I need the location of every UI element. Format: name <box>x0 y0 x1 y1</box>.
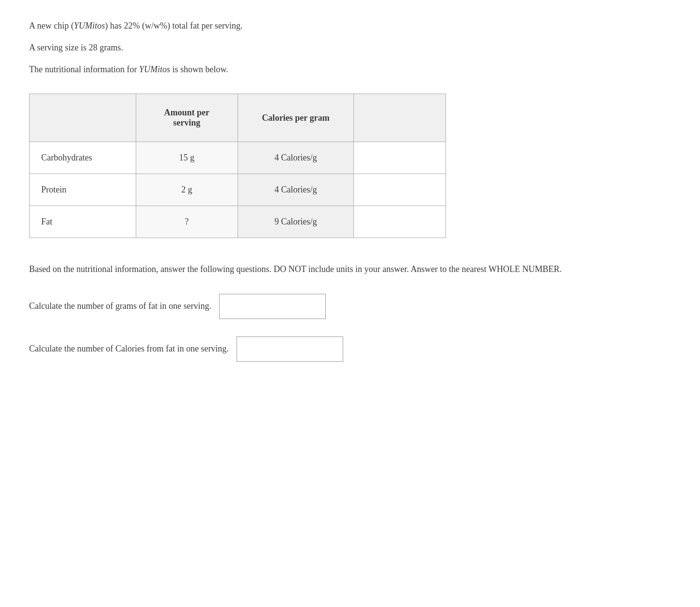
nutrient-fat: Fat <box>30 206 136 238</box>
question-2-label: Calculate the number of Calories from fa… <box>29 342 229 355</box>
amount-fat: ? <box>136 206 238 238</box>
nutrient-protein: Protein <box>30 174 136 206</box>
amount-carbohydrates: 15 g <box>136 142 238 174</box>
extra-fat <box>354 206 446 238</box>
extra-protein <box>354 174 446 206</box>
table-row: Carbohydrates 15 g 4 Calories/g <box>30 142 446 174</box>
nutrition-table: Amount perserving Calories per gram Carb… <box>29 94 446 238</box>
header-amount: Amount perserving <box>136 94 238 142</box>
intro-line3: The nutritional information for YUMitos … <box>29 63 671 76</box>
table-row: Fat ? 9 Calories/g <box>30 206 446 238</box>
header-calories: Calories per gram <box>238 94 354 142</box>
header-nutrient <box>30 94 136 142</box>
question-1: Calculate the number of grams of fat in … <box>29 294 671 319</box>
yumitos-italic-2: YUMitos <box>139 64 170 74</box>
calories-protein: 4 Calories/g <box>238 174 354 206</box>
answer-input-fat-grams[interactable] <box>219 294 326 319</box>
instructions-text: Based on the nutritional information, an… <box>29 262 671 276</box>
calories-fat: 9 Calories/g <box>238 206 354 238</box>
answer-input-fat-calories[interactable] <box>237 336 343 362</box>
questions-section: Based on the nutritional information, an… <box>29 262 671 362</box>
intro-line1: A new chip (YUMitos) has 22% (w/w%) tota… <box>29 19 671 32</box>
amount-protein: 2 g <box>136 174 238 206</box>
extra-carbohydrates <box>354 142 446 174</box>
intro-line2: A serving size is 28 grams. <box>29 41 671 54</box>
header-extra <box>354 94 446 142</box>
calories-carbohydrates: 4 Calories/g <box>238 142 354 174</box>
question-2: Calculate the number of Calories from fa… <box>29 336 671 362</box>
yumitos-italic-1: YUMitos <box>74 21 105 31</box>
nutrition-table-wrapper: Amount perserving Calories per gram Carb… <box>29 94 446 238</box>
question-1-label: Calculate the number of grams of fat in … <box>29 300 211 313</box>
nutrient-carbohydrates: Carbohydrates <box>30 142 136 174</box>
table-row: Protein 2 g 4 Calories/g <box>30 174 446 206</box>
